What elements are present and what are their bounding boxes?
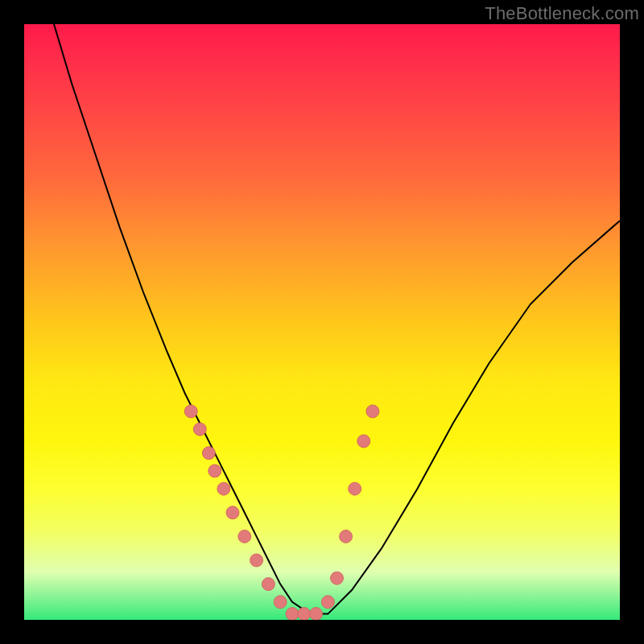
marker-dot xyxy=(340,530,353,543)
plot-area xyxy=(24,24,620,620)
chart-svg xyxy=(24,24,620,620)
marker-dot xyxy=(349,482,361,495)
marker-dot xyxy=(310,608,323,620)
marker-dot xyxy=(357,435,370,448)
marker-dot xyxy=(274,596,287,609)
bottleneck-curve xyxy=(54,24,620,614)
marker-dot xyxy=(202,447,215,460)
marker-dot xyxy=(366,405,379,418)
marker-dot xyxy=(298,608,311,620)
marker-dot xyxy=(331,572,344,584)
marker-dot xyxy=(193,423,206,436)
watermark-text: TheBottleneck.com xyxy=(485,3,639,24)
marker-dot xyxy=(217,482,230,495)
marker-dot xyxy=(208,464,221,477)
marker-dot xyxy=(226,506,239,519)
marker-dot xyxy=(250,554,263,567)
marker-dot xyxy=(238,530,251,543)
marker-dot xyxy=(286,608,299,620)
marker-dot xyxy=(262,578,275,591)
marker-dot xyxy=(184,405,197,418)
marker-dot xyxy=(321,596,334,609)
chart-frame: TheBottleneck.com xyxy=(0,0,644,644)
